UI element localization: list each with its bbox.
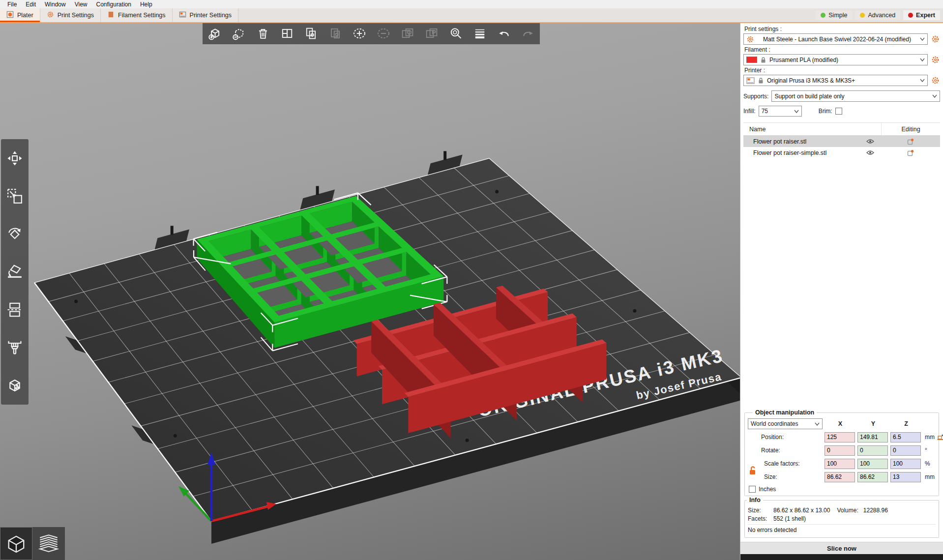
print-settings-combo[interactable]: Matt Steele - Launch Base Swivel 2022-06… [743, 33, 928, 45]
search-button[interactable] [443, 23, 468, 44]
object-list: Name Editing Flower pot raiser.stl Flowe… [743, 122, 940, 158]
scale-y-field[interactable] [857, 459, 888, 469]
print-profile-gear-icon [746, 35, 754, 43]
scale-icon [6, 187, 24, 205]
slice-now-button[interactable]: Slice now [740, 542, 943, 554]
mode-advanced[interactable]: Advanced [855, 10, 900, 20]
inches-checkbox[interactable] [749, 486, 756, 493]
chevron-down-icon [920, 37, 925, 41]
edit-object-icon[interactable] [881, 138, 940, 145]
undo-button[interactable] [492, 23, 516, 44]
menu-window[interactable]: Window [40, 1, 70, 8]
scale-z-field[interactable] [890, 459, 921, 469]
menu-help[interactable]: Help [136, 1, 157, 8]
size-z-field[interactable] [890, 472, 921, 482]
delete-object-button[interactable] [227, 23, 251, 44]
bottom-strip [740, 554, 943, 560]
add-object-button[interactable] [203, 23, 227, 44]
coordinate-system-combo[interactable]: World coordinates [748, 418, 823, 429]
add-instance-button[interactable] [347, 23, 371, 44]
object-list-header: Name Editing [743, 123, 940, 136]
object-row-flower-pot-raiser[interactable]: Flower pot raiser.stl [743, 136, 940, 147]
editor-view-button[interactable] [0, 527, 32, 560]
print-bed [34, 151, 740, 544]
copy-button[interactable] [299, 23, 323, 44]
remove-instance-button[interactable] [371, 23, 395, 44]
tab-print-settings[interactable]: Print Settings [40, 8, 101, 22]
split-to-parts-icon [424, 26, 439, 41]
printer-settings-icon [179, 11, 186, 20]
paste-button[interactable] [323, 23, 347, 44]
tab-printer-settings[interactable]: Printer Settings [173, 8, 238, 22]
brim-checkbox[interactable] [835, 108, 842, 115]
edit-filament-button[interactable] [930, 55, 940, 65]
seam-painting-tool-button[interactable] [2, 369, 28, 402]
mode-simple[interactable]: Simple [816, 10, 852, 20]
menu-view[interactable]: View [70, 1, 92, 8]
menu-file[interactable]: File [3, 1, 21, 8]
right-panel: Print settings : Matt Steele - Launch Ba… [740, 22, 943, 560]
chevron-down-icon [920, 79, 925, 82]
edit-printer-button[interactable] [930, 76, 940, 86]
printable-objects [178, 193, 606, 521]
menu-edit[interactable]: Edit [21, 1, 40, 8]
menu-configuration[interactable]: Configuration [92, 1, 136, 8]
simple-mode-dot-icon [821, 13, 825, 18]
object-manipulation-panel: Object manipulation World coordinates X … [744, 413, 939, 496]
delete-all-button[interactable] [251, 23, 275, 44]
rotate-y-field[interactable] [857, 445, 888, 456]
tab-plater[interactable]: Plater [0, 8, 40, 22]
split-to-objects-icon [400, 26, 415, 41]
redo-button[interactable] [516, 23, 540, 44]
preview-button[interactable] [32, 527, 65, 560]
coordinate-system-value: World coordinates [751, 420, 815, 427]
info-title: Info [747, 497, 763, 503]
info-size-label: Size: [748, 507, 773, 514]
3d-viewport[interactable]: ORIGINAL PRUSA i3 MK3 by Josef Prusa [0, 22, 740, 560]
place-on-face-tool-button[interactable] [2, 256, 28, 288]
supports-label: Supports: [743, 93, 768, 100]
cut-tool-button[interactable] [2, 294, 28, 326]
info-volume-label: Volume: [837, 507, 858, 514]
split-to-parts-button[interactable] [419, 23, 443, 44]
mode-expert[interactable]: Expert [903, 10, 940, 20]
variable-layer-height-button[interactable] [468, 23, 492, 44]
size-label: Size: [759, 473, 823, 480]
info-volume-value: 12288.96 [863, 507, 888, 514]
position-z-field[interactable] [890, 432, 921, 442]
add-instance-icon [352, 26, 367, 41]
scale-x-field[interactable] [825, 459, 855, 469]
position-y-field[interactable] [857, 432, 888, 442]
supports-combo[interactable]: Support on build plate only [771, 90, 940, 102]
object-row-flower-pot-raiser-simple[interactable]: Flower pot raiser-simple.stl [743, 147, 940, 158]
infill-combo[interactable]: 75 [759, 106, 802, 117]
split-to-objects-button[interactable] [395, 23, 419, 44]
filament-combo[interactable]: Prusament PLA (modified) [743, 54, 928, 65]
arrange-button[interactable] [275, 23, 299, 44]
cut-icon [6, 301, 24, 319]
move-tool-button[interactable] [2, 142, 28, 175]
scale-tool-button[interactable] [2, 180, 28, 212]
print-settings-value: Matt Steele - Launch Base Swivel 2022-06… [757, 36, 917, 43]
edit-object-icon[interactable] [881, 149, 940, 156]
drop-to-bed-icon[interactable] [937, 434, 943, 441]
visibility-eye-icon[interactable] [859, 150, 881, 155]
size-x-field[interactable] [825, 472, 855, 482]
size-y-field[interactable] [857, 472, 888, 482]
uniform-scale-lock[interactable] [748, 466, 758, 475]
print-settings-label: Print settings : [744, 26, 940, 32]
edit-print-settings-button[interactable] [930, 34, 940, 44]
rotate-z-field[interactable] [890, 445, 921, 456]
bed-brand-subtext: by Josef Prusa [635, 370, 723, 402]
paint-on-supports-tool-button[interactable] [2, 331, 28, 364]
bed-brand-text: ORIGINAL PRUSA i3 MK3 [476, 346, 726, 421]
visibility-eye-icon[interactable] [859, 139, 881, 144]
position-x-field[interactable] [825, 432, 855, 442]
tab-filament-settings[interactable]: Filament Settings [101, 8, 173, 22]
rotate-x-field[interactable] [825, 445, 855, 456]
axis-x-header: X [825, 420, 856, 427]
printer-combo[interactable]: Original Prusa i3 MK3S & MK3S+ [743, 75, 928, 86]
paint-on-supports-icon [6, 339, 24, 356]
rotate-label: Rotate: [759, 447, 823, 454]
rotate-tool-button[interactable] [2, 218, 28, 250]
